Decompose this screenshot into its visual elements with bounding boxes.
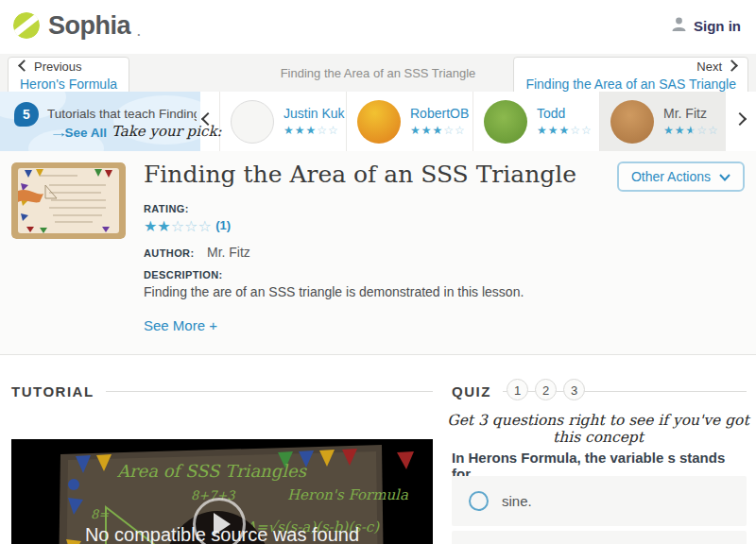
sophia-leaf-icon [11,8,42,46]
quiz-step-2: 2 [535,379,557,400]
lesson-meta: RATING: ★★☆☆☆ (1) AUTHOR: Mr. Fitz DESCR… [144,203,673,333]
tutor-card-justin-kuk[interactable]: Justin Kuk ★★★☆☆ [219,92,346,151]
quiz-step-3: 3 [563,379,585,400]
next-lesson-link[interactable]: Finding the Area of an SAS Triangle [525,76,736,93]
lesson-thumbnail [11,162,126,239]
tutorial-section-header: TUTORIAL [11,383,433,400]
tutor-card-todd[interactable]: Todd ★★★☆☆ [472,92,599,151]
tutorial-count-badge: 5 [14,102,39,127]
other-actions-label: Other Actions [631,169,711,184]
lesson-rating-stars: ★★☆☆☆ [144,218,212,234]
avatar [231,100,274,144]
radio-button[interactable] [469,491,489,511]
lesson-title: Finding the Area of an SSS Triangle [144,161,576,188]
top-header: Sophia . Sign in [0,0,756,55]
rating-count-link[interactable]: (1) [215,218,231,232]
quiz-section-header: QUIZ [452,383,747,400]
chevron-left-icon [18,60,30,72]
tutor-carousel: 5 Tutorials that teach Finding the →See … [0,92,756,152]
lesson-header-section: Finding the Area of an SSS Triangle Othe… [0,151,756,355]
quiz-tagline: Get 3 questions right to see if you've g… [442,412,754,446]
video-error-caption: No compatible source was found [11,524,433,544]
tutor-cards: Justin Kuk ★★★☆☆ RobertOB ★★★☆☆ Todd ★★★… [219,92,726,151]
tutor-name[interactable]: Todd [537,106,593,121]
carousel-promo-panel: 5 Tutorials that teach Finding the →See … [0,92,200,151]
previous-lesson-link[interactable]: Heron's Formula [20,76,117,93]
author-label: AUTHOR: [144,247,195,259]
tutor-card-mr-fitz[interactable]: Mr. Fitz ★★★☆☆ [599,92,726,151]
carousel-heading: Tutorials that teach Finding the [47,107,197,121]
quiz-progress-steps: 1 2 3 [507,379,585,400]
divider-line [106,391,433,392]
description-label: DESCRIPTION: [144,269,673,280]
tutor-card-robertob[interactable]: RobertOB ★★★☆☆ [346,92,472,151]
see-all-label: See All [65,126,108,140]
chevron-down-icon [719,169,730,184]
tutor-rating-stars: ★★★☆☆ [410,124,469,137]
chevron-right-icon [726,60,738,72]
board-title: Area of SSS Triangles [116,461,308,481]
arrow-right-icon: → [49,126,65,140]
avatar [610,100,654,144]
tutor-name[interactable]: Mr. Fitz [663,106,719,121]
tutor-rating-stars: ★★★☆☆ [284,124,345,137]
other-actions-button[interactable]: Other Actions [617,162,745,192]
brand-name: Sophia [48,8,130,42]
take-your-pick-label: Take your pick: [112,123,222,140]
lesson-nav-bar: Previous Heron's Formula Finding the Are… [0,54,756,93]
sign-in-label: Sign in [694,18,741,34]
next-label: Next [696,60,722,74]
rating-label: RATING: [144,203,673,214]
quiz-option-sine[interactable]: sine. [452,476,747,526]
tutor-rating-stars: ★★★☆☆ [537,124,593,137]
avatar [357,100,401,144]
user-icon [671,16,687,36]
quiz-heading: QUIZ [452,383,491,400]
current-lesson-title: Finding the Area of an SSS Triangle [189,66,567,80]
brand-trademark-dot: . [137,18,141,46]
board-formula-label: Heron's Formula [287,486,408,503]
author-name: Mr. Fitz [207,245,250,260]
quiz-option-2[interactable] [452,531,747,544]
sophia-logo[interactable]: Sophia . [11,8,141,46]
see-all-link[interactable]: →See All [49,126,107,140]
quiz-step-1: 1 [507,379,528,400]
quiz-option-label: sine. [502,493,532,509]
description-text: Finding the are of an SSS triangle is de… [144,284,673,299]
video-player[interactable]: Area of SSS Triangles 8+7+3 Heron's Form… [11,439,433,544]
tutor-name[interactable]: RobertOB [410,106,469,121]
tutor-rating-stars: ★★★☆☆ [663,124,719,137]
tutorial-heading: TUTORIAL [11,383,94,400]
previous-label: Previous [34,60,82,74]
see-more-link[interactable]: See More + [144,317,673,333]
carousel-next-button[interactable] [735,111,748,130]
sign-in-button[interactable]: Sign in [671,16,741,36]
avatar [484,100,527,144]
tutor-name[interactable]: Justin Kuk [284,106,345,121]
